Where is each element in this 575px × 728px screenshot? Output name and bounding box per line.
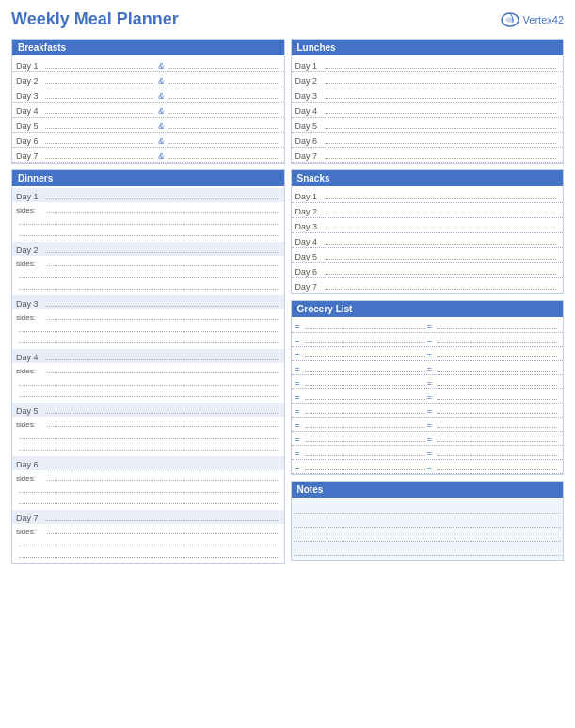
grocery-dot-5a[interactable] bbox=[305, 385, 425, 386]
breakfast-day-2-line2[interactable] bbox=[168, 83, 277, 84]
breakfast-day-4-line1[interactable] bbox=[45, 113, 153, 114]
lunch-day-label-5: Day 5 bbox=[295, 121, 322, 131]
snack-day-4-line[interactable] bbox=[325, 244, 557, 245]
lunch-day-5-line[interactable] bbox=[325, 128, 557, 129]
lunch-day-1-line[interactable] bbox=[325, 68, 557, 69]
dinner-day-2-extra-line[interactable] bbox=[19, 277, 278, 278]
breakfast-day-5-line1[interactable] bbox=[45, 128, 153, 129]
breakfast-day-1-line1[interactable] bbox=[45, 68, 153, 69]
grocery-eq-9b: = bbox=[427, 435, 435, 444]
breakfast-day-1-line2[interactable] bbox=[168, 68, 277, 69]
grocery-dot-3a[interactable] bbox=[305, 356, 425, 357]
dinner-day-4-extra-line[interactable] bbox=[19, 385, 278, 386]
dinner-day-7-sides-line[interactable] bbox=[47, 533, 278, 534]
grocery-dot-7b[interactable] bbox=[437, 413, 557, 414]
grocery-eq-2a: = bbox=[295, 336, 303, 345]
dinner-day-4-mainline[interactable] bbox=[45, 359, 278, 360]
snack-day-6-line[interactable] bbox=[325, 274, 557, 275]
breakfast-day-5-line2[interactable] bbox=[168, 128, 277, 129]
snack-day-7-line[interactable] bbox=[325, 289, 557, 290]
dinner-day-7-extra-line2[interactable] bbox=[19, 557, 278, 558]
dinner-day-2-sides-line[interactable] bbox=[47, 265, 278, 266]
dinner-day-1-mainline[interactable] bbox=[45, 198, 278, 199]
grocery-dot-11a[interactable] bbox=[305, 469, 425, 470]
lunch-day-3-line[interactable] bbox=[325, 98, 557, 99]
grocery-dot-1a[interactable] bbox=[305, 328, 425, 329]
dinner-day-5-extra-line2[interactable] bbox=[19, 450, 278, 451]
lunch-day-3: Day 3 bbox=[292, 87, 564, 103]
lunch-day-6-line[interactable] bbox=[325, 143, 557, 144]
grocery-dot-7a[interactable] bbox=[305, 413, 425, 414]
note-line-2[interactable] bbox=[294, 515, 562, 528]
snack-day-2-line[interactable] bbox=[325, 214, 557, 214]
grocery-dot-4a[interactable] bbox=[305, 371, 425, 372]
dinner-day-4-extra-line2[interactable] bbox=[19, 396, 278, 397]
breakfast-day-3-line1[interactable] bbox=[45, 98, 153, 99]
notes-body bbox=[292, 499, 564, 560]
dinner-day-7-extra-line[interactable] bbox=[19, 546, 278, 546]
note-line-3[interactable] bbox=[294, 530, 562, 542]
lunch-day-label-3: Day 3 bbox=[295, 91, 322, 101]
breakfast-day-7-line2[interactable] bbox=[168, 158, 277, 159]
breakfast-day-7-line1[interactable] bbox=[45, 158, 153, 159]
grocery-dot-9b[interactable] bbox=[437, 441, 557, 442]
dinner-day-2-extra-line2[interactable] bbox=[19, 289, 278, 290]
grocery-section: Grocery List = = = = bbox=[291, 300, 565, 475]
breakfast-day-2-line1[interactable] bbox=[45, 83, 153, 84]
grocery-row-11: = = bbox=[292, 460, 564, 474]
breakfast-day-4-line2[interactable] bbox=[168, 113, 277, 114]
dinner-day-1-extra-line2[interactable] bbox=[19, 235, 278, 236]
grocery-eq-5a: = bbox=[295, 378, 303, 388]
dinner-day-7-mainline[interactable] bbox=[45, 520, 278, 521]
breakfast-day-6-line2[interactable] bbox=[168, 143, 277, 144]
dinner-day-3-mainline[interactable] bbox=[45, 306, 278, 307]
sides-label-4: sides: bbox=[16, 367, 44, 375]
lunch-day-2-line[interactable] bbox=[325, 83, 557, 84]
grocery-col-left-11: = bbox=[295, 463, 427, 472]
dinner-day-6-extra-line2[interactable] bbox=[19, 503, 278, 504]
snack-day-3-line[interactable] bbox=[325, 229, 557, 229]
dinner-day-1-sides-line[interactable] bbox=[47, 212, 278, 213]
grocery-dot-10a[interactable] bbox=[305, 455, 425, 456]
note-line-4[interactable] bbox=[294, 544, 562, 556]
grocery-dot-11b[interactable] bbox=[437, 469, 557, 470]
grocery-eq-6a: = bbox=[295, 392, 303, 402]
dinner-day-6-sides-line[interactable] bbox=[47, 480, 278, 481]
grocery-dot-8b[interactable] bbox=[437, 427, 557, 428]
breakfast-day-6-line1[interactable] bbox=[45, 143, 153, 144]
grocery-dot-5b[interactable] bbox=[437, 385, 557, 386]
lunch-day-4-line[interactable] bbox=[325, 113, 557, 114]
lunch-day-7-line[interactable] bbox=[325, 158, 557, 159]
dinner-day-3-extra-line[interactable] bbox=[19, 331, 278, 332]
grocery-dot-10b[interactable] bbox=[437, 455, 557, 456]
grocery-dot-2a[interactable] bbox=[305, 342, 425, 343]
dinner-day-2-mainline[interactable] bbox=[45, 252, 278, 253]
grocery-dot-2b[interactable] bbox=[437, 342, 557, 343]
dinner-day-4-sides-line[interactable] bbox=[47, 372, 278, 373]
dinner-day-5-sides-line[interactable] bbox=[47, 426, 278, 427]
dinner-day-1-extra-line[interactable] bbox=[19, 224, 278, 225]
snack-day-5-line[interactable] bbox=[325, 259, 557, 260]
grocery-dot-1b[interactable] bbox=[437, 328, 557, 329]
dinner-day-3-extra-line2[interactable] bbox=[19, 342, 278, 343]
dinner-day-label-5: Day 5 bbox=[16, 406, 42, 416]
dinner-day-5-mainline[interactable] bbox=[45, 413, 278, 414]
dinner-day-5-extra-line[interactable] bbox=[19, 438, 278, 439]
grocery-dot-6b[interactable] bbox=[437, 399, 557, 400]
grocery-dot-9a[interactable] bbox=[305, 441, 425, 442]
dinner-day-6-extra-line[interactable] bbox=[19, 492, 278, 493]
grocery-row-9: = = bbox=[292, 432, 564, 446]
grocery-col-left-10: = bbox=[295, 449, 427, 458]
notes-section: Notes bbox=[291, 481, 565, 561]
snack-day-1-line[interactable] bbox=[325, 198, 557, 199]
grocery-dot-3b[interactable] bbox=[437, 356, 557, 357]
dinner-day-6-mainline[interactable] bbox=[45, 467, 278, 467]
note-line-1[interactable] bbox=[294, 501, 562, 514]
dinner-day-7-row: Day 7 bbox=[12, 510, 284, 524]
dinner-day-3-sides-line[interactable] bbox=[47, 319, 278, 320]
breakfast-day-3-line2[interactable] bbox=[168, 98, 277, 99]
grocery-dot-4b[interactable] bbox=[437, 371, 557, 372]
grocery-dot-6a[interactable] bbox=[305, 399, 425, 400]
snack-day-3: Day 3 bbox=[292, 218, 564, 233]
grocery-dot-8a[interactable] bbox=[305, 427, 425, 428]
